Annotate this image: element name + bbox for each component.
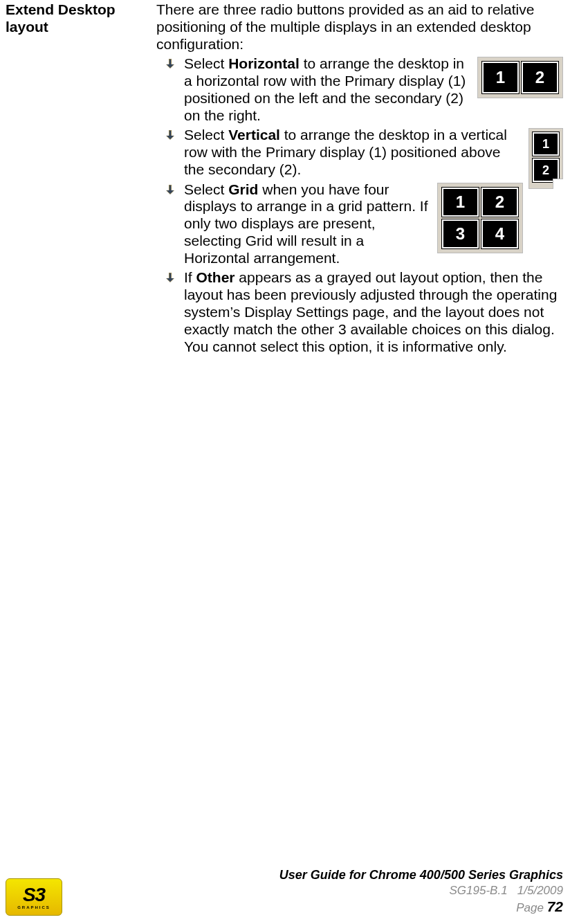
option-text-bold: Vertical <box>228 127 280 143</box>
layout-option-other: If Other appears as a grayed out layout … <box>156 269 563 355</box>
footer-page-number: 72 <box>547 898 563 914</box>
logo-main-text: S3 <box>23 886 45 903</box>
footer-title: User Guide for Chrome 400/500 Series Gra… <box>62 867 563 883</box>
display-tile-3: 3 <box>442 219 479 248</box>
footer-date: 1/5/2009 <box>517 884 563 897</box>
option-text-pre: If <box>184 269 196 285</box>
display-tile-2: 2 <box>522 62 558 93</box>
display-tile-1: 1 <box>533 132 559 156</box>
grid-layout-illustration: 1 2 3 4 <box>437 183 523 253</box>
section-intro: There are three radio buttons provided a… <box>156 1 563 53</box>
option-text-bold: Other <box>196 269 235 285</box>
footer-page-label: Page <box>516 901 546 914</box>
footer-page: Page 72 <box>62 898 563 916</box>
bullet-arrow-icon <box>165 129 176 141</box>
page-footer: S3 GRAPHICS User Guide for Chrome 400/50… <box>0 867 570 916</box>
horizontal-layout-illustration: 1 2 <box>477 57 563 98</box>
svg-rect-7 <box>169 131 171 136</box>
vertical-layout-illustration: 1 2 <box>528 128 563 189</box>
section-label-line2: layout <box>6 19 48 35</box>
section-row: Extend Desktop layout There are three ra… <box>6 0 563 358</box>
option-text-bold: Grid <box>228 181 258 197</box>
footer-text-block: User Guide for Chrome 400/500 Series Gra… <box>62 867 563 916</box>
document-page: Extend Desktop layout There are three ra… <box>0 0 570 924</box>
s3-graphics-logo: S3 GRAPHICS <box>6 878 62 916</box>
svg-rect-3 <box>169 60 171 64</box>
display-tile-2: 2 <box>481 188 518 217</box>
option-text-pre: Select <box>184 181 228 197</box>
footer-doc-id: SG195-B.1 <box>450 884 508 897</box>
svg-rect-11 <box>169 185 171 190</box>
logo-sub-text: GRAPHICS <box>17 905 50 909</box>
section-label: Extend Desktop layout <box>6 1 156 36</box>
layout-option-vertical: 1 2 Select Vertical to arrange the deskt… <box>156 127 563 178</box>
svg-rect-15 <box>169 273 171 278</box>
option-text-post: appears as a grayed out layout option, t… <box>184 269 557 354</box>
display-tile-4: 4 <box>481 219 518 248</box>
layout-option-horizontal: 1 2 Select Horizontal to arrange the des… <box>156 55 563 124</box>
option-text-bold: Horizontal <box>228 55 300 71</box>
bullet-arrow-icon <box>165 184 176 195</box>
section-description: There are three radio buttons provided a… <box>156 1 563 358</box>
layout-options-list: 1 2 Select Horizontal to arrange the des… <box>156 55 563 355</box>
option-text-pre: Select <box>184 127 228 143</box>
option-text-pre: Select <box>184 55 228 71</box>
section-label-line1: Extend Desktop <box>6 1 116 17</box>
display-tile-1: 1 <box>482 62 519 93</box>
layout-option-grid: 1 2 3 4 Select Grid when you have four d… <box>156 181 563 267</box>
bullet-arrow-icon <box>165 272 176 283</box>
display-tile-1: 1 <box>442 188 479 217</box>
bullet-arrow-icon <box>165 58 176 69</box>
footer-docinfo: SG195-B.1 1/5/2009 <box>62 883 563 898</box>
